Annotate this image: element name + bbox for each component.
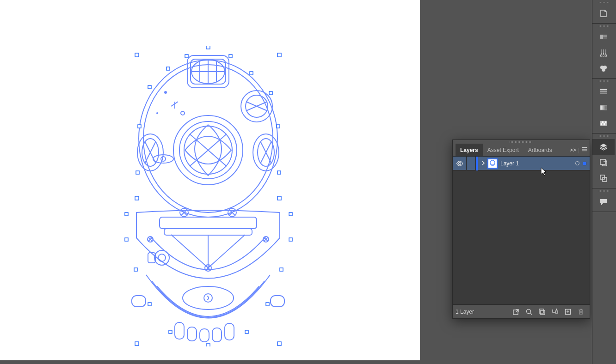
svg-rect-69 xyxy=(166,67,170,70)
collapse-panel-button[interactable]: >> xyxy=(568,147,578,153)
export-icon xyxy=(599,158,608,167)
layers-icon xyxy=(599,142,608,152)
svg-rect-61 xyxy=(206,46,210,49)
svg-rect-86 xyxy=(169,330,172,334)
svg-rect-83 xyxy=(280,268,283,271)
dock-grip[interactable] xyxy=(592,80,616,83)
svg-rect-118 xyxy=(604,121,605,123)
expand-layer-chevron[interactable] xyxy=(478,160,487,167)
svg-line-95 xyxy=(530,313,532,315)
dock-grip[interactable] xyxy=(592,190,616,193)
brushes-icon xyxy=(599,48,608,57)
search-button[interactable] xyxy=(523,306,535,318)
tab-artboards[interactable]: Artboards xyxy=(524,144,557,156)
delete-layer-button[interactable] xyxy=(575,306,587,318)
dock-symbols-icon[interactable] xyxy=(592,61,615,76)
layer-thumbnail[interactable] xyxy=(487,158,498,169)
plus-page-icon xyxy=(564,308,572,315)
dock-grip[interactable] xyxy=(592,25,616,28)
svg-rect-56 xyxy=(212,328,222,342)
svg-point-94 xyxy=(527,309,531,313)
svg-rect-75 xyxy=(277,125,280,128)
dock-properties-icon[interactable] xyxy=(592,6,615,21)
svg-point-30 xyxy=(156,112,158,114)
dock-stroke-icon[interactable] xyxy=(592,84,615,100)
svg-rect-84 xyxy=(148,303,151,306)
svg-rect-60 xyxy=(135,53,139,57)
external-icon xyxy=(512,308,520,315)
tab-asset-export[interactable]: Asset Export xyxy=(483,144,524,156)
target-layer-button[interactable] xyxy=(573,161,581,165)
symbols-icon xyxy=(599,64,608,73)
panel-menu-button[interactable] xyxy=(579,146,590,154)
tab-layers[interactable]: Layers xyxy=(456,144,483,156)
svg-rect-77 xyxy=(277,171,281,174)
svg-rect-78 xyxy=(125,212,128,216)
svg-rect-74 xyxy=(138,125,141,128)
dock-transparency-icon[interactable] xyxy=(592,115,615,131)
svg-rect-62 xyxy=(277,53,281,57)
eye-icon xyxy=(456,161,463,166)
visibility-toggle[interactable] xyxy=(453,157,467,170)
svg-rect-96 xyxy=(539,309,543,313)
svg-rect-115 xyxy=(600,105,607,110)
sublayer-icon xyxy=(551,308,559,315)
gradient-icon xyxy=(599,103,608,112)
layers-list[interactable]: Layer 1 xyxy=(453,157,590,304)
svg-rect-85 xyxy=(266,303,269,306)
new-layer-button[interactable] xyxy=(562,306,574,318)
svg-rect-64 xyxy=(277,196,281,200)
layers-panel: Layers Asset Export Artboards >> | xyxy=(452,140,590,319)
layer-name[interactable]: Layer 1 xyxy=(500,160,573,167)
right-dock xyxy=(592,0,616,364)
svg-rect-38 xyxy=(164,229,252,235)
svg-point-91 xyxy=(458,162,461,164)
svg-rect-80 xyxy=(125,238,128,241)
svg-rect-67 xyxy=(277,342,281,346)
search-icon xyxy=(525,308,533,315)
artboards-icon xyxy=(599,174,608,183)
svg-rect-107 xyxy=(603,35,607,37)
svg-rect-72 xyxy=(250,72,253,75)
panel-tabs: Layers Asset Export Artboards >> | xyxy=(453,144,590,157)
svg-point-49 xyxy=(158,254,166,261)
dock-grip[interactable] xyxy=(592,135,616,138)
svg-point-92 xyxy=(490,160,495,165)
svg-rect-73 xyxy=(269,91,272,95)
svg-rect-120 xyxy=(605,123,607,126)
dock-brushes-icon[interactable] xyxy=(592,45,615,61)
layer-count: 1 Layer xyxy=(456,309,509,315)
svg-rect-121 xyxy=(600,159,605,164)
svg-rect-59 xyxy=(271,296,284,307)
circle-icon xyxy=(575,161,579,165)
selected-artwork[interactable] xyxy=(116,46,301,346)
svg-rect-55 xyxy=(200,329,209,342)
dock-comments-icon[interactable] xyxy=(592,194,615,210)
dock-color-icon[interactable] xyxy=(592,29,615,45)
svg-rect-108 xyxy=(603,37,607,39)
dock-layers-icon[interactable] xyxy=(592,139,615,155)
locate-object-button[interactable] xyxy=(510,306,522,318)
new-sublayer-button[interactable] xyxy=(549,306,561,318)
layer-row[interactable]: Layer 1 xyxy=(453,157,590,170)
svg-rect-54 xyxy=(187,327,197,341)
lock-toggle[interactable] xyxy=(467,157,476,170)
dock-grip[interactable] xyxy=(592,2,616,5)
dock-gradient-icon[interactable] xyxy=(592,100,615,115)
color-icon xyxy=(599,32,608,42)
svg-rect-79 xyxy=(289,212,292,216)
svg-rect-76 xyxy=(136,171,139,174)
mask-icon xyxy=(538,308,546,315)
selection-indicator[interactable] xyxy=(581,162,590,165)
canvas[interactable] xyxy=(0,0,420,360)
selection-square-icon xyxy=(583,162,586,165)
panel-drag-handle[interactable] xyxy=(453,140,590,144)
dock-artboards-icon[interactable] xyxy=(592,170,615,186)
stroke-icon xyxy=(599,87,608,97)
clipping-mask-button[interactable] xyxy=(536,306,548,318)
svg-rect-70 xyxy=(185,55,188,58)
svg-rect-58 xyxy=(132,296,146,307)
dock-asset-export-icon[interactable] xyxy=(592,155,615,170)
svg-rect-98 xyxy=(555,311,558,313)
svg-rect-97 xyxy=(541,310,545,315)
